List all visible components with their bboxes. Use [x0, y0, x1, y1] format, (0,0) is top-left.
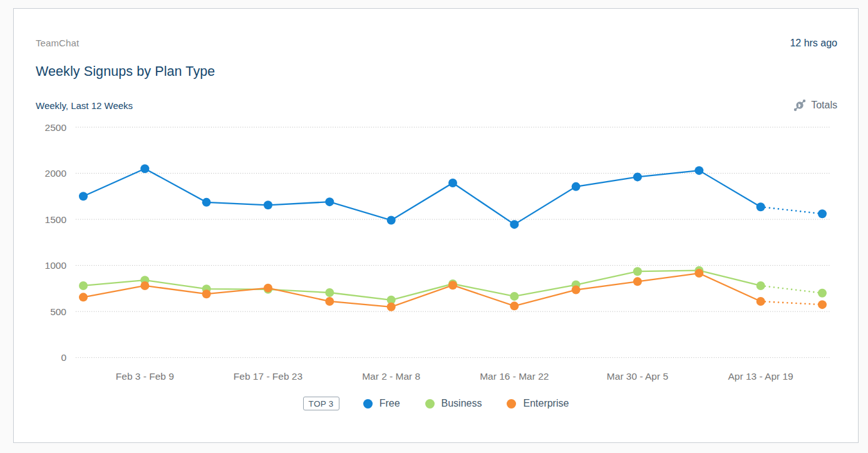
series-line-free: [83, 169, 761, 224]
data-point-enterprise[interactable]: [572, 286, 581, 294]
data-point-business[interactable]: [325, 288, 334, 297]
data-point-enterprise[interactable]: [79, 293, 88, 301]
data-point-enterprise[interactable]: [510, 301, 519, 310]
range-label: Weekly, Last 12 Weeks: [36, 100, 133, 111]
data-point-enterprise[interactable]: [140, 281, 149, 290]
chart-card: TeamChat 12 hrs ago Weekly Signups by Pl…: [13, 8, 859, 443]
data-point-business[interactable]: [79, 281, 88, 290]
data-point-free[interactable]: [572, 182, 581, 191]
x-axis-tick-label: Mar 2 - Mar 8: [362, 371, 420, 382]
legend-label: Business: [442, 398, 482, 409]
y-axis-tick-label: 1500: [45, 214, 67, 225]
data-point-business[interactable]: [510, 292, 519, 301]
x-axis-tick-label: Feb 3 - Feb 9: [116, 371, 174, 382]
data-point-free[interactable]: [264, 200, 272, 209]
series-forecast-segment-enterprise: [761, 301, 822, 305]
y-axis-tick-label: 0: [61, 352, 66, 363]
x-axis-tick-label: Mar 16 - Mar 22: [480, 371, 549, 382]
totals-toggle-button[interactable]: Totals: [793, 98, 837, 112]
data-point-business[interactable]: [818, 289, 827, 298]
data-point-free[interactable]: [140, 164, 149, 173]
data-point-free[interactable]: [818, 209, 827, 218]
x-axis-tick-label: Feb 17 - Feb 23: [234, 371, 302, 382]
series-line-enterprise: [83, 273, 761, 307]
data-point-enterprise[interactable]: [818, 300, 827, 309]
data-point-enterprise[interactable]: [695, 269, 703, 278]
app-name: TeamChat: [36, 38, 79, 48]
x-axis-tick-label: Apr 13 - Apr 19: [728, 371, 793, 382]
line-chart[interactable]: 05001000150020002500Feb 3 - Feb 9Feb 17 …: [14, 118, 859, 395]
chart-subheader: Weekly, Last 12 Weeks Totals: [14, 98, 858, 112]
legend-dot-icon: [425, 399, 435, 409]
legend-dot-icon: [507, 399, 516, 409]
data-point-free[interactable]: [202, 198, 211, 207]
legend-items: FreeBusinessEnterprise: [363, 398, 569, 409]
data-point-free[interactable]: [510, 220, 519, 229]
data-point-enterprise[interactable]: [633, 277, 642, 286]
data-point-enterprise[interactable]: [325, 297, 334, 306]
data-point-enterprise[interactable]: [264, 284, 272, 293]
chart-legend: TOP 3 FreeBusinessEnterprise: [14, 397, 858, 410]
totals-label: Totals: [811, 100, 837, 111]
legend-item-enterprise[interactable]: Enterprise: [507, 398, 569, 409]
top3-badge: TOP 3: [303, 397, 339, 410]
legend-label: Enterprise: [523, 398, 569, 409]
data-point-business[interactable]: [633, 267, 642, 276]
y-axis-tick-label: 1000: [45, 260, 67, 271]
data-point-enterprise[interactable]: [202, 289, 211, 298]
legend-dot-icon: [363, 399, 373, 409]
data-point-free[interactable]: [757, 202, 765, 211]
data-point-free[interactable]: [633, 172, 642, 181]
slider-diagonal-icon: [793, 98, 807, 112]
y-axis-tick-label: 500: [50, 306, 66, 317]
data-point-free[interactable]: [448, 179, 457, 187]
series-forecast-segment-business: [761, 286, 822, 293]
card-header: TeamChat 12 hrs ago: [14, 38, 858, 49]
data-point-free[interactable]: [695, 166, 703, 175]
last-updated: 12 hrs ago: [790, 38, 837, 49]
page: { "header": { "app_name": "TeamChat", "u…: [0, 0, 868, 453]
data-point-enterprise[interactable]: [757, 297, 765, 306]
legend-label: Free: [380, 398, 400, 409]
data-point-free[interactable]: [325, 197, 334, 206]
legend-item-free[interactable]: Free: [363, 398, 400, 409]
page-title: Weekly Signups by Plan Type: [14, 64, 858, 80]
data-point-business[interactable]: [757, 281, 765, 290]
data-point-enterprise[interactable]: [448, 281, 457, 289]
legend-item-business[interactable]: Business: [425, 398, 482, 409]
y-axis-tick-label: 2500: [45, 122, 67, 133]
series-forecast-segment-free: [761, 207, 822, 214]
data-point-free[interactable]: [79, 192, 88, 200]
data-point-enterprise[interactable]: [387, 303, 396, 311]
data-point-free[interactable]: [387, 216, 396, 225]
y-axis-tick-label: 2000: [45, 168, 67, 179]
x-axis-tick-label: Mar 30 - Apr 5: [607, 371, 668, 382]
